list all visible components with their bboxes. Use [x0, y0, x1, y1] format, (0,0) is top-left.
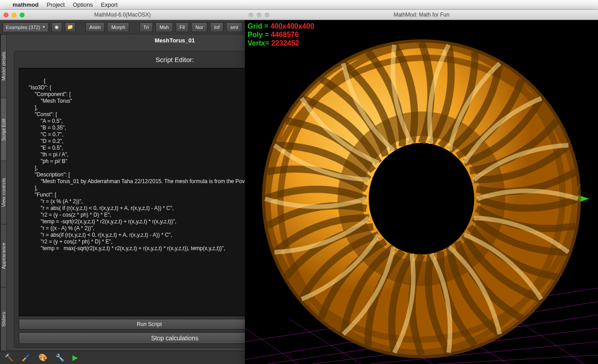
tab-view-controls[interactable]: View controls [1, 161, 6, 224]
zoom-icon[interactable] [265, 13, 270, 17]
bottom-toolbar: 🔨 🖌️ 🎨 🔧 ▶ [0, 351, 245, 364]
close-icon[interactable] [4, 13, 8, 17]
model-title: MeshTorus_01 [7, 34, 245, 46]
tab-model-details[interactable]: Model details [1, 34, 6, 98]
minimize-icon[interactable] [257, 13, 261, 17]
smt-button[interactable]: smt [226, 22, 242, 32]
examples-dropdown[interactable]: Examples (372) ▼ [3, 22, 49, 32]
anim-button[interactable]: Anim [85, 22, 105, 32]
svg-point-15 [369, 143, 474, 255]
folder-button[interactable]: 📁 [65, 22, 76, 32]
play-icon[interactable]: ▶ [72, 353, 78, 362]
tri-button[interactable]: Tri [139, 22, 153, 32]
menu-project[interactable]: Project [47, 1, 65, 8]
minimize-icon[interactable] [12, 13, 17, 17]
editor-titlebar: MathMod-6.0(MacOSX) [0, 10, 245, 20]
refresh-button[interactable]: ◉ [51, 22, 62, 32]
wrench-icon[interactable]: 🔧 [55, 353, 64, 362]
tab-appearance[interactable]: Appearance [1, 224, 6, 288]
brush-icon[interactable]: 🖌️ [21, 353, 30, 362]
render-stats: Grid = 400x400x400 Poly = 4468576 Vertx=… [248, 22, 314, 47]
menu-export[interactable]: Export [101, 1, 118, 8]
viewport-window: MathMod: Math for Fun Grid = 400x400x400… [245, 10, 598, 364]
top-toolbar: Examples (372) ▼ ◉ 📁 Anim Morph Tri Msh … [0, 20, 245, 34]
script-textarea[interactable]: { "Iso3D": { "Component": [ "Mesh Torus"… [19, 68, 245, 316]
mac-menubar: mathmod Project Options Export [0, 0, 598, 10]
viewport-titlebar: MathMod: Math for Fun [245, 10, 598, 20]
menu-options[interactable]: Options [73, 1, 93, 8]
msh-button[interactable]: Msh [156, 22, 173, 32]
editor-pane: MeshTorus_01 Script Editor: { "Iso3D": {… [7, 34, 245, 351]
tab-script-edit[interactable]: Script Edit [1, 98, 6, 161]
script-content: { "Iso3D": { "Component": [ "Mesh Torus"… [23, 78, 245, 251]
stop-calculations-button[interactable]: Stop calculations [19, 332, 245, 344]
viewport-window-title: MathMod: Math for Fun [245, 12, 598, 18]
hammer-icon[interactable]: 🔨 [4, 353, 13, 362]
tab-sliders[interactable]: Sliders [1, 287, 6, 351]
chevron-down-icon: ▼ [42, 25, 46, 29]
morph-button[interactable]: Morph [107, 22, 129, 32]
script-editor-header: Script Editor: [14, 51, 245, 66]
app-menu[interactable]: mathmod [13, 1, 39, 8]
close-icon[interactable] [248, 13, 253, 17]
3d-viewport[interactable]: Grid = 400x400x400 Poly = 4468576 Vertx=… [245, 20, 598, 364]
mesh-torus-render [249, 27, 594, 364]
examples-label: Examples (372) [6, 25, 40, 30]
fil-button[interactable]: Fil [176, 22, 189, 32]
render-svg: Y [245, 20, 598, 364]
zoom-icon[interactable] [20, 13, 25, 17]
inf-button[interactable]: Inf [210, 22, 223, 32]
palette-icon[interactable]: 🎨 [38, 353, 47, 362]
editor-window-title: MathMod-6.0(MacOSX) [0, 12, 245, 18]
editor-window: MathMod-6.0(MacOSX) Examples (372) ▼ ◉ 📁… [0, 10, 245, 364]
vertical-tabs: Model details Script Edit View controls … [0, 34, 7, 351]
run-script-button[interactable]: Run Script [19, 319, 245, 330]
nor-button[interactable]: Nor [191, 22, 207, 32]
svg-line-6 [245, 328, 299, 364]
svg-line-5 [437, 355, 598, 364]
